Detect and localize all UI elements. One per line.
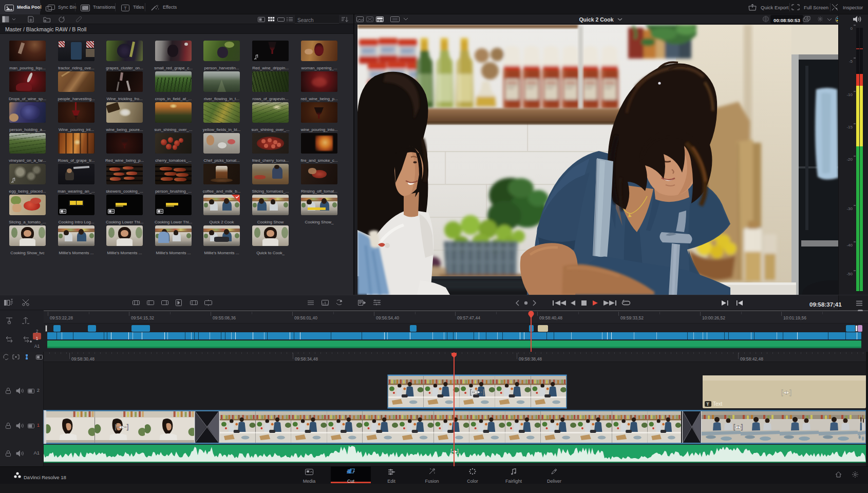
svg-text:[◂▸]: [◂▸] <box>781 388 791 396</box>
svg-text:[◂▸]: [◂▸] <box>733 423 743 430</box>
svg-text:T: T <box>706 402 709 407</box>
svg-text:Text: Text <box>713 401 723 407</box>
svg-text:[·◂▸·]: [·◂▸·] <box>470 388 485 395</box>
svg-text:[·◂▸·]: [·◂▸·] <box>115 423 129 430</box>
svg-text:T: T <box>124 6 127 11</box>
